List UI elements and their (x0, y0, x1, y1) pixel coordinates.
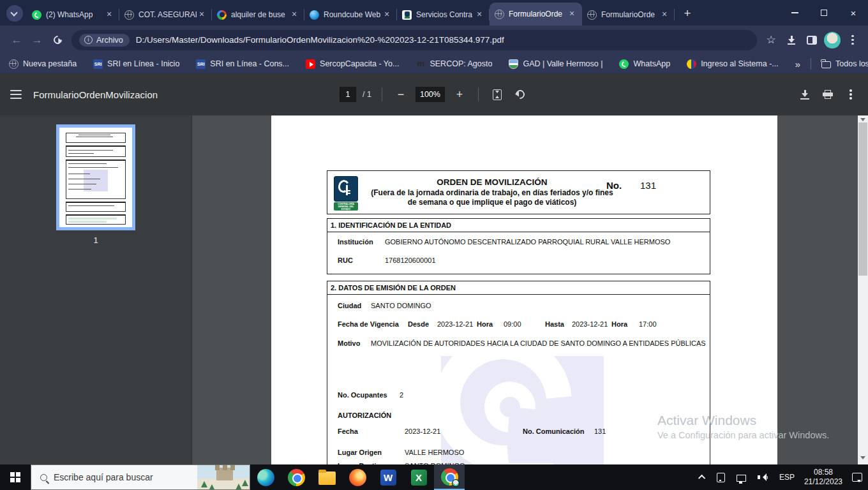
hora1-value: 09:00 (504, 320, 521, 328)
tab-formulario-2[interactable]: FormularioOrde × (582, 4, 675, 26)
fit-page-button[interactable] (489, 86, 505, 103)
taskbar-chrome-active[interactable] (434, 464, 465, 490)
tab-roundcube[interactable]: Roundcube Web × (304, 4, 397, 26)
new-tab-button[interactable]: + (678, 5, 696, 23)
taskbar-search[interactable]: Escribe aquí para buscar (31, 464, 250, 490)
bookmark-sri-inicio[interactable]: SRISRI en Línea - Inicio (93, 59, 179, 69)
tab-alquiler-buses[interactable]: alquiler de buse × (212, 4, 304, 26)
taskbar-edge[interactable] (250, 464, 281, 490)
edge-icon (257, 469, 274, 486)
zoom-out-button[interactable]: − (393, 86, 409, 103)
pdf-print-button[interactable] (819, 86, 836, 103)
sri-icon: SRI (93, 59, 103, 69)
taskbar-word[interactable]: W (373, 464, 403, 490)
downloads-button[interactable] (781, 30, 802, 50)
youtube-icon (306, 59, 315, 69)
pdf-more-button[interactable] (842, 86, 859, 103)
order-number-label: No. (606, 180, 622, 191)
vigencia-label: Fecha de Vigencia (338, 320, 399, 328)
bookmark-gad-valle-hermoso[interactable]: GAD | Valle Hermoso | (509, 59, 602, 69)
screen: (2) WhatsApp × COT. ASEGURAD × alquiler … (0, 0, 868, 490)
tab-cot-asegurad[interactable]: COT. ASEGURAD × (119, 4, 212, 26)
taskbar-clock[interactable]: 08:5821/12/2023 (800, 464, 846, 490)
kebab-menu-icon (851, 35, 854, 45)
ciudad-label: Ciudad (338, 302, 361, 309)
close-icon[interactable]: × (289, 10, 299, 20)
tab-servicios-contratacion[interactable]: Servicios Contra × (397, 4, 490, 26)
page-number-input[interactable]: 1 (340, 87, 356, 102)
scrollbar-thumb[interactable] (858, 122, 867, 276)
pdf-menu-button[interactable] (10, 90, 22, 99)
taskbar-file-explorer[interactable] (311, 464, 342, 490)
zoom-level-input[interactable]: 100% (415, 87, 445, 102)
windows-logo-icon (10, 472, 20, 482)
zoom-in-button[interactable]: + (451, 86, 468, 103)
taskbar: Escribe aquí para buscar W X ESP 08:5821… (0, 464, 868, 490)
tray-network-button[interactable] (731, 464, 752, 490)
page-count: / 1 (363, 90, 371, 99)
hasta-label: Hasta (545, 320, 564, 328)
action-center-button[interactable] (846, 464, 868, 490)
minimize-button[interactable] (780, 0, 809, 26)
bookmark-star-button[interactable]: ☆ (761, 30, 781, 50)
tab-label: Servicios Contra (416, 10, 474, 19)
bookmark-sercopcapacita[interactable]: SercopCapacita - Yo... (306, 59, 399, 69)
rotate-button[interactable] (512, 86, 528, 103)
taskbar-excel[interactable]: X (403, 464, 434, 490)
close-icon[interactable]: × (567, 9, 577, 19)
all-bookmarks-button[interactable]: Todos los marcadores (821, 59, 868, 68)
reload-button[interactable] (47, 30, 68, 50)
tab-formulario-active[interactable]: FormularioOrde × (490, 3, 582, 26)
globe-icon (9, 59, 19, 69)
section-1-title: 1. IDENTIFICACIÓN DE LA ENTIDAD (327, 219, 710, 232)
institucion-value: GOBIERNO AUTÓNOMO DESCENTRALIZADO PARROQ… (385, 238, 670, 246)
scrollbar[interactable] (858, 115, 868, 464)
chevron-down-icon (10, 9, 17, 16)
taskbar-firefox[interactable] (342, 464, 373, 490)
browser-menu-button[interactable] (842, 30, 863, 50)
taskbar-chrome[interactable] (281, 464, 311, 490)
side-panel-button[interactable] (802, 30, 822, 50)
file-chip[interactable]: i Archivo (79, 34, 130, 47)
tray-device-button[interactable] (711, 464, 731, 490)
page-thumbnail[interactable] (56, 124, 135, 230)
bookmark-label: WhatsApp (633, 59, 670, 68)
close-window-button[interactable]: × (839, 0, 868, 26)
pdf-download-button[interactable] (797, 86, 813, 103)
scroll-down-arrow[interactable] (860, 456, 865, 462)
forward-button[interactable]: → (27, 30, 47, 50)
bookmark-sercop-agosto[interactable]: mSERCOP: Agosto (415, 59, 492, 69)
tab-search-button[interactable] (6, 5, 23, 22)
bookmark-whatsapp[interactable]: WhatsApp (619, 59, 670, 69)
origen-label: Lugar Origen (338, 449, 382, 456)
bookmarks-overflow-button[interactable]: » (795, 59, 800, 70)
tab-whatsapp[interactable]: (2) WhatsApp × (27, 4, 119, 26)
shield-icon (509, 59, 518, 69)
close-icon[interactable]: × (659, 10, 670, 20)
maximize-button[interactable] (809, 0, 839, 26)
tray-volume-button[interactable] (752, 464, 774, 490)
autorizacion-title: AUTORIZACIÓN (338, 412, 391, 419)
close-icon[interactable]: × (382, 10, 392, 20)
bookmark-nueva-pestana[interactable]: Nueva pestaña (9, 59, 77, 69)
profile-button[interactable] (822, 30, 842, 50)
tray-expand-button[interactable] (694, 464, 711, 490)
close-icon[interactable]: × (104, 10, 114, 20)
back-button[interactable]: ← (6, 30, 27, 50)
start-button[interactable] (0, 464, 31, 490)
moodle-icon: m (415, 59, 425, 69)
close-icon[interactable]: × (197, 10, 207, 20)
info-icon: i (84, 36, 93, 44)
language-indicator[interactable]: ESP (774, 464, 800, 490)
tab-label: FormularioOrde (509, 10, 567, 19)
toolbar-icons: ☆ (761, 30, 863, 50)
bookmark-sri-consultas[interactable]: SRISRI en Línea - Cons... (196, 59, 289, 69)
pdf-main-view: CONTRALORÍA GENERAL DEL ESTADO ORDEN DE … (191, 115, 858, 464)
document-subtitle: (Fuera de la jornada ordinaria de trabaj… (368, 188, 617, 207)
folder-icon (821, 61, 831, 68)
avatar (824, 32, 841, 48)
address-bar[interactable]: i Archivo D:/Users/Master/Downloads/Form… (71, 30, 757, 50)
bookmark-ingreso-sistema[interactable]: Ingreso al Sistema -... (687, 59, 779, 69)
file-explorer-icon (318, 471, 336, 485)
close-icon[interactable]: × (474, 10, 484, 20)
